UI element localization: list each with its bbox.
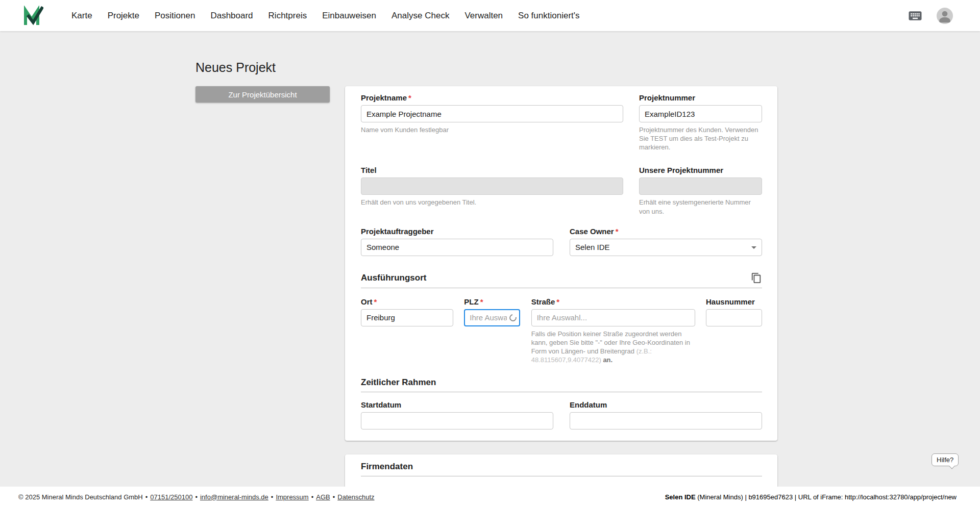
unsere-projektnummer-field: Unsere Projektnummer Erhält eine systemg… [639, 166, 762, 215]
projektnummer-label: Projektnummer [639, 93, 762, 102]
session-details: (Mineral Minds) | b91695ed7623 | URL of … [696, 493, 957, 501]
ort-label: Ort* [361, 297, 453, 306]
section-zeitlicher-rahmen: Zeitlicher Rahmen [361, 377, 762, 392]
ort-field: Ort* [361, 297, 453, 365]
help-button-label: Hilfe? [937, 456, 953, 464]
app-logo-icon[interactable] [23, 6, 43, 26]
plz-label: PLZ* [464, 297, 520, 306]
projektauftraggeber-label: Projektauftraggeber [361, 227, 553, 236]
nav-item-richtpreis[interactable]: Richtpreis [268, 11, 307, 21]
projektname-input[interactable] [361, 105, 623, 122]
titel-helper: Erhält den von uns vorgegebenen Titel. [361, 198, 623, 207]
footer-email-link[interactable]: info@mineral-minds.de [200, 493, 268, 501]
section-divider [361, 476, 762, 476]
copy-address-button[interactable] [751, 272, 762, 284]
titel-label: Titel [361, 166, 623, 174]
case-owner-select[interactable]: Selen IDE [570, 239, 762, 256]
user-menu-button[interactable] [937, 8, 953, 24]
projektname-label: Projektname* [361, 93, 623, 102]
projektnummer-field: Projektnummer Projektnummer des Kunden. … [639, 93, 762, 151]
case-owner-field: Case Owner* Selen IDE [570, 227, 762, 256]
strasse-helper: Falls die Position keiner Straße zugeord… [531, 329, 695, 365]
footer-separator: • [311, 493, 314, 501]
zeitlicher-rahmen-title: Zeitlicher Rahmen [361, 377, 762, 388]
projektnummer-input[interactable] [639, 105, 762, 122]
enddatum-field: Enddatum [570, 400, 762, 429]
top-navbar: Karte Projekte Positionen Dashboard Rich… [0, 0, 980, 31]
footer-left: © 2025 Mineral Minds Deutschland GmbH • … [18, 493, 375, 501]
footer-phone-link[interactable]: 07151/250100 [150, 493, 192, 501]
page-footer: © 2025 Mineral Minds Deutschland GmbH • … [0, 487, 980, 507]
chevron-down-icon [751, 246, 756, 249]
hausnummer-input[interactable] [706, 309, 762, 326]
row-titel-unsere-projektnummer: Titel Erhält den von uns vorgegebenen Ti… [361, 166, 762, 215]
row-dates: Startdatum Enddatum [361, 400, 762, 429]
section-divider [361, 392, 762, 392]
hausnummer-field: Hausnummer [706, 297, 762, 365]
unsere-projektnummer-input [639, 178, 762, 195]
titel-field: Titel Erhält den von uns vorgegebenen Ti… [361, 166, 623, 215]
app-root: Karte Projekte Positionen Dashboard Rich… [0, 0, 980, 507]
nav-item-projekte[interactable]: Projekte [108, 11, 139, 21]
projektauftraggeber-field: Projektauftraggeber [361, 227, 553, 256]
startdatum-field: Startdatum [361, 400, 553, 429]
required-asterisk: * [480, 297, 483, 306]
session-user: Selen IDE [665, 493, 696, 501]
projektname-helper: Name vom Kunden festlegbar [361, 125, 623, 134]
main-navigation: Karte Projekte Positionen Dashboard Rich… [71, 11, 580, 21]
help-button[interactable]: Hilfe? [932, 453, 959, 466]
nav-item-dashboard[interactable]: Dashboard [210, 11, 253, 21]
case-owner-selected-value: Selen IDE [575, 243, 610, 251]
copy-icon [751, 272, 762, 284]
nav-item-einbauweisen[interactable]: Einbauweisen [322, 11, 376, 21]
nav-item-karte[interactable]: Karte [71, 11, 92, 21]
keyboard-button[interactable] [908, 8, 923, 23]
page-title: Neues Projekt [195, 60, 276, 75]
enddatum-label: Enddatum [570, 400, 762, 409]
enddatum-input[interactable] [570, 412, 762, 429]
ausfuehrungsort-title: Ausführungsort [361, 273, 426, 283]
section-divider [361, 288, 762, 288]
row-address: Ort* PLZ* Straße* Falls die Position kei… [361, 297, 762, 365]
footer-session-info: Selen IDE (Mineral Minds) | b91695ed7623… [665, 493, 957, 501]
row-projektname-projektnummer: Projektname* Name vom Kunden festlegbar … [361, 93, 762, 151]
strasse-input[interactable] [531, 309, 695, 326]
nav-item-analyse-check[interactable]: Analyse Check [391, 11, 449, 21]
project-form-card: Projektname* Name vom Kunden festlegbar … [345, 86, 777, 441]
nav-item-positionen[interactable]: Positionen [155, 11, 195, 21]
ort-input[interactable] [361, 309, 453, 326]
footer-separator: • [145, 493, 148, 501]
footer-separator: • [195, 493, 198, 501]
titel-input [361, 178, 623, 195]
startdatum-label: Startdatum [361, 400, 553, 409]
footer-separator: • [271, 493, 274, 501]
user-avatar [937, 8, 953, 24]
required-asterisk: * [616, 227, 619, 236]
firmendaten-title: Firmendaten [361, 462, 762, 472]
navbar-right [908, 8, 953, 24]
copyright-text: © 2025 Mineral Minds Deutschland GmbH [18, 493, 143, 501]
required-asterisk: * [374, 297, 377, 306]
keyboard-icon [908, 8, 923, 23]
speech-bubble-tail [949, 463, 955, 469]
required-asterisk: * [556, 297, 559, 306]
strasse-label: Straße* [531, 297, 695, 306]
footer-separator: • [333, 493, 335, 501]
hausnummer-label: Hausnummer [706, 297, 762, 306]
required-asterisk: * [408, 93, 411, 102]
strasse-field: Straße* Falls die Position keiner Straße… [531, 297, 695, 365]
unsere-projektnummer-label: Unsere Projektnummer [639, 166, 762, 174]
projektauftraggeber-input[interactable] [361, 239, 553, 256]
row-auftraggeber-caseowner: Projektauftraggeber Case Owner* Selen ID… [361, 227, 762, 256]
startdatum-input[interactable] [361, 412, 553, 429]
case-owner-label: Case Owner* [570, 227, 762, 236]
nav-item-verwalten[interactable]: Verwalten [464, 11, 503, 21]
projektnummer-helper: Projektnummer des Kunden. Verwenden Sie … [639, 125, 762, 151]
nav-item-so-funktionierts[interactable]: So funktioniert's [518, 11, 579, 21]
footer-datenschutz-link[interactable]: Datenschutz [337, 493, 374, 501]
footer-agb-link[interactable]: AGB [316, 493, 330, 501]
footer-impressum-link[interactable]: Impressum [276, 493, 308, 501]
section-ausfuehrungsort: Ausführungsort [361, 272, 762, 288]
unsere-projektnummer-helper: Erhält eine systemgenerierte Nummer von … [639, 198, 762, 215]
back-to-projects-button[interactable]: Zur Projektübersicht [195, 86, 330, 103]
